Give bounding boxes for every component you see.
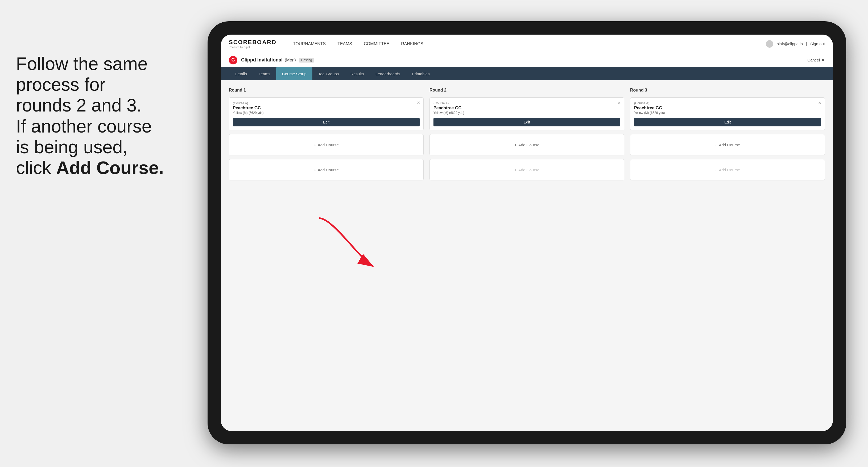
round-1-course-name: Peachtree GC — [233, 106, 420, 111]
round-1-add-label-2: Add Course — [318, 168, 339, 172]
logo-main: SCOREBOARD — [229, 39, 276, 46]
round-2-add-label-1: Add Course — [518, 143, 539, 147]
tab-course-setup[interactable]: Course Setup — [276, 67, 312, 81]
round-2-column: Round 2 ✕ (Course A) Peachtree GC Yellow… — [430, 88, 624, 180]
logo-sub: Powered by clippl — [229, 46, 276, 49]
round-3-course-name: Peachtree GC — [634, 106, 821, 111]
sign-out-link[interactable]: Sign out — [810, 41, 825, 46]
round-3-column: Round 3 ✕ (Course A) Peachtree GC Yellow… — [630, 88, 825, 180]
tournament-bar: C Clippd Invitational (Men) Hosting Canc… — [221, 53, 833, 67]
nav-rankings[interactable]: RANKINGS — [395, 35, 429, 53]
tournament-qualifier: (Men) — [285, 58, 296, 63]
tablet: SCOREBOARD Powered by clippl TOURNAMENTS… — [208, 21, 846, 444]
tournament-name: Clippd Invitational — [241, 57, 283, 63]
rounds-grid: Round 1 ✕ (Course A) Peachtree GC Yellow… — [229, 88, 825, 180]
round-3-add-icon-2: + — [715, 168, 717, 172]
nav-tournaments[interactable]: TOURNAMENTS — [287, 35, 332, 53]
hosting-badge: Hosting — [299, 58, 314, 63]
nav-separator: | — [806, 41, 807, 46]
round-3-edit-button[interactable]: Edit — [634, 118, 821, 126]
round-2-add-icon-1: + — [514, 143, 517, 147]
round-3-add-label-1: Add Course — [719, 143, 740, 147]
round-3-course-details: Yellow (M) (6629 yds) — [634, 111, 821, 115]
cancel-button[interactable]: Cancel ✕ — [807, 58, 825, 63]
round-1-add-course-2[interactable]: + Add Course — [229, 159, 424, 180]
main-content: Round 1 ✕ (Course A) Peachtree GC Yellow… — [221, 81, 833, 431]
round-3-add-course-2: + Add Course — [630, 159, 825, 180]
round-2-course-details: Yellow (M) (6629 yds) — [433, 111, 620, 115]
nav-right: blair@clippd.io | Sign out — [766, 40, 825, 48]
tab-tee-groups[interactable]: Tee Groups — [312, 67, 345, 81]
tab-teams[interactable]: Teams — [253, 67, 276, 81]
scoreboard-logo: SCOREBOARD Powered by clippl — [229, 39, 276, 49]
nav-links: TOURNAMENTS TEAMS COMMITTEE RANKINGS — [287, 35, 766, 53]
round-3-add-course-1[interactable]: + Add Course — [630, 134, 825, 155]
round-1-course-details: Yellow (M) (6629 yds) — [233, 111, 420, 115]
round-1-add-course-1[interactable]: + Add Course — [229, 134, 424, 155]
round-1-course-card: ✕ (Course A) Peachtree GC Yellow (M) (66… — [229, 97, 424, 130]
tabs-bar: Details Teams Course Setup Tee Groups Re… — [221, 67, 833, 81]
cancel-x-icon: ✕ — [822, 58, 825, 63]
round-2-add-course-1[interactable]: + Add Course — [430, 134, 624, 155]
tournament-logo: C — [229, 56, 237, 64]
top-nav: SCOREBOARD Powered by clippl TOURNAMENTS… — [221, 35, 833, 53]
round-1-edit-button[interactable]: Edit — [233, 118, 420, 126]
round-3-course-badge: (Course A) — [634, 101, 821, 105]
round-2-edit-button[interactable]: Edit — [433, 118, 620, 126]
tab-printables[interactable]: Printables — [406, 67, 436, 81]
round-3-label: Round 3 — [630, 88, 825, 93]
instruction-text: Follow the same process for rounds 2 and… — [0, 42, 192, 189]
round-1-add-icon-2: + — [314, 168, 316, 172]
user-email: blair@clippd.io — [776, 41, 803, 46]
round-1-course-badge: (Course A) — [233, 101, 420, 105]
round-3-course-card: ✕ (Course A) Peachtree GC Yellow (M) (66… — [630, 97, 825, 130]
nav-teams[interactable]: TEAMS — [332, 35, 358, 53]
round-2-add-label-2: Add Course — [518, 168, 539, 172]
round-2-delete-button[interactable]: ✕ — [617, 100, 621, 105]
round-3-delete-button[interactable]: ✕ — [818, 100, 822, 105]
round-2-label: Round 2 — [430, 88, 624, 93]
round-2-course-name: Peachtree GC — [433, 106, 620, 111]
round-2-add-icon-2: + — [514, 168, 517, 172]
round-1-add-icon-1: + — [314, 143, 316, 147]
round-3-add-label-2: Add Course — [719, 168, 740, 172]
round-2-course-badge: (Course A) — [433, 101, 620, 105]
round-1-column: Round 1 ✕ (Course A) Peachtree GC Yellow… — [229, 88, 424, 180]
tab-leaderboards[interactable]: Leaderboards — [370, 67, 406, 81]
round-1-delete-button[interactable]: ✕ — [417, 100, 420, 105]
round-3-add-icon-1: + — [715, 143, 717, 147]
tablet-screen: SCOREBOARD Powered by clippl TOURNAMENTS… — [221, 35, 833, 431]
round-2-course-card: ✕ (Course A) Peachtree GC Yellow (M) (66… — [430, 97, 624, 130]
round-2-add-course-2: + Add Course — [430, 159, 624, 180]
avatar — [766, 40, 773, 48]
round-1-label: Round 1 — [229, 88, 424, 93]
nav-committee[interactable]: COMMITTEE — [358, 35, 395, 53]
tab-details[interactable]: Details — [229, 67, 253, 81]
round-1-add-label-1: Add Course — [318, 143, 339, 147]
tab-results[interactable]: Results — [345, 67, 370, 81]
